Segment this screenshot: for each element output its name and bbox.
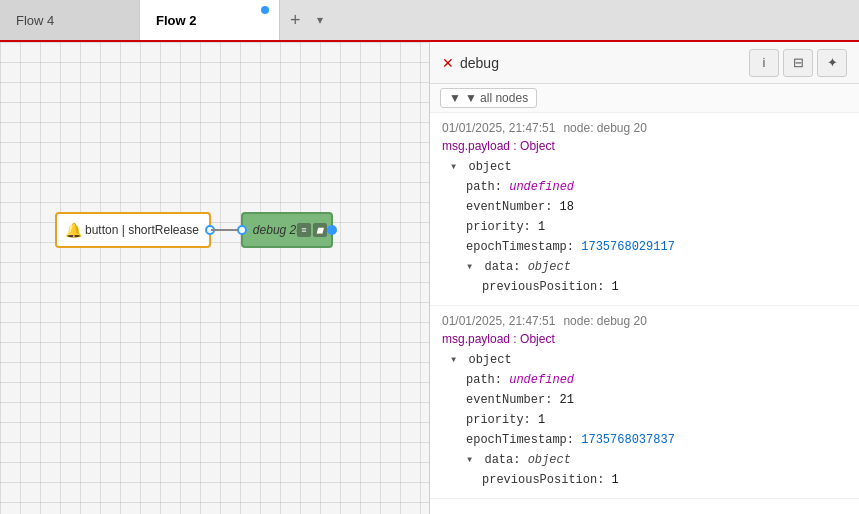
tree-row: path: undefined — [450, 177, 847, 197]
tab-flow4-label: Flow 4 — [16, 13, 54, 28]
tree-key: priority: — [466, 220, 531, 234]
tree-value: undefined — [502, 373, 574, 387]
button-node-label: button | shortRelease — [85, 223, 199, 237]
tree-key: previousPosition: — [482, 473, 604, 487]
tree-value: 1 — [604, 473, 618, 487]
debug-edit-button[interactable]: ⊟ — [783, 49, 813, 77]
flow-canvas[interactable]: 🔔 button | shortRelease debug 20 ≡ ◼ — [0, 42, 430, 514]
bell-icon: 🔔 — [65, 222, 82, 238]
message-tree: ▾ objectpath: undefinedeventNumber: 21pr… — [442, 350, 847, 490]
tab-add-icon: + — [290, 10, 301, 31]
tree-key: epochTimestamp: — [466, 433, 574, 447]
tab-dropdown-button[interactable]: ▾ — [311, 0, 329, 40]
message-block: 01/01/2025, 21:47:51 node: debug 20msg.p… — [430, 306, 859, 499]
tab-add-button[interactable]: + — [280, 0, 311, 40]
debug-header-actions: i ⊟ ✦ — [749, 49, 847, 77]
tree-value: object — [520, 453, 570, 467]
tree-row: epochTimestamp: 1735768037837 — [450, 430, 847, 450]
tree-value: 1735768029117 — [574, 240, 675, 254]
button-node[interactable]: 🔔 button | shortRelease — [55, 212, 211, 248]
tree-key: path: — [466, 373, 502, 387]
tree-value: 18 — [552, 200, 574, 214]
tree-row: priority: 1 — [450, 217, 847, 237]
node-group: 🔔 button | shortRelease debug 20 ≡ ◼ — [55, 212, 333, 248]
message-payload: msg.payload : Object — [442, 139, 847, 153]
tree-row: eventNumber: 18 — [450, 197, 847, 217]
debug-node[interactable]: debug 20 ≡ ◼ — [241, 212, 333, 248]
filter-all-nodes-button[interactable]: ▼ ▼ all nodes — [440, 88, 537, 108]
tree-value: 1 — [531, 413, 545, 427]
message-timestamp: 01/01/2025, 21:47:51 — [442, 121, 555, 135]
tree-key: eventNumber: — [466, 200, 552, 214]
message-node: node: debug 20 — [563, 314, 646, 328]
tree-value: 21 — [552, 393, 574, 407]
tree-expand-icon[interactable]: ▾ — [450, 160, 464, 174]
debug-list-icon: ≡ — [297, 223, 311, 237]
debug-node-label: debug 20 — [253, 223, 303, 237]
tree-key: priority: — [466, 413, 531, 427]
settings-icon: ✦ — [827, 55, 838, 70]
tree-row: path: undefined — [450, 370, 847, 390]
edit-icon: ⊟ — [793, 55, 804, 70]
message-payload: msg.payload : Object — [442, 332, 847, 346]
tree-expand-icon[interactable]: ▾ — [466, 453, 480, 467]
debug-panel-header: ✕ debug i ⊟ ✦ — [430, 42, 859, 84]
tree-value: object — [520, 260, 570, 274]
tree-value: 1 — [604, 280, 618, 294]
tree-row: epochTimestamp: 1735768029117 — [450, 237, 847, 257]
tree-row: previousPosition: 1 — [450, 470, 847, 490]
chevron-down-icon: ▾ — [317, 13, 323, 27]
tree-row: eventNumber: 21 — [450, 390, 847, 410]
tree-key: object — [468, 160, 511, 174]
tab-flow4[interactable]: Flow 4 — [0, 0, 140, 40]
debug-node-icons: ≡ ◼ — [297, 223, 327, 237]
debug-panel: ✕ debug i ⊟ ✦ ▼ ▼ all nodes — [430, 42, 859, 514]
tree-expand-icon[interactable]: ▾ — [466, 260, 480, 274]
filter-label: ▼ all nodes — [465, 91, 528, 105]
tree-row[interactable]: ▾ object — [450, 157, 847, 177]
debug-messages[interactable]: 01/01/2025, 21:47:51 node: debug 20msg.p… — [430, 113, 859, 514]
tree-key: epochTimestamp: — [466, 240, 574, 254]
filter-icon: ▼ — [449, 91, 461, 105]
message-timestamp: 01/01/2025, 21:47:51 — [442, 314, 555, 328]
tree-value: 1735768037837 — [574, 433, 675, 447]
tab-flow2[interactable]: Flow 2 — [140, 0, 280, 40]
tree-key: previousPosition: — [482, 280, 604, 294]
debug-settings-button[interactable]: ✦ — [817, 49, 847, 77]
tree-value: 1 — [531, 220, 545, 234]
tree-key: object — [468, 353, 511, 367]
tree-row: previousPosition: 1 — [450, 277, 847, 297]
main-content: 🔔 button | shortRelease debug 20 ≡ ◼ — [0, 42, 859, 514]
debug-sq-icon: ◼ — [313, 223, 327, 237]
debug-node-output-port[interactable] — [327, 225, 337, 235]
tree-key: path: — [466, 180, 502, 194]
message-header: 01/01/2025, 21:47:51 node: debug 20 — [442, 121, 847, 135]
message-block: 01/01/2025, 21:47:51 node: debug 20msg.p… — [430, 113, 859, 306]
tree-row[interactable]: ▾ data: object — [450, 257, 847, 277]
debug-node-input-port[interactable] — [237, 225, 247, 235]
message-node: node: debug 20 — [563, 121, 646, 135]
tree-expand-icon[interactable]: ▾ — [450, 353, 464, 367]
bug-icon: ✕ — [442, 55, 454, 71]
message-tree: ▾ objectpath: undefinedeventNumber: 18pr… — [442, 157, 847, 297]
tree-key: eventNumber: — [466, 393, 552, 407]
tab-bar: Flow 4 Flow 2 + ▾ — [0, 0, 859, 42]
message-header: 01/01/2025, 21:47:51 node: debug 20 — [442, 314, 847, 328]
debug-panel-title: debug — [460, 55, 499, 71]
filter-bar: ▼ ▼ all nodes — [430, 84, 859, 113]
info-icon: i — [763, 55, 766, 70]
tree-row[interactable]: ▾ data: object — [450, 450, 847, 470]
tree-key: data: — [484, 260, 520, 274]
tab-flow2-label: Flow 2 — [156, 13, 196, 28]
tree-row: priority: 1 — [450, 410, 847, 430]
tree-key: data: — [484, 453, 520, 467]
debug-info-button[interactable]: i — [749, 49, 779, 77]
tree-value: undefined — [502, 180, 574, 194]
tree-row[interactable]: ▾ object — [450, 350, 847, 370]
debug-title: ✕ debug — [442, 55, 749, 71]
